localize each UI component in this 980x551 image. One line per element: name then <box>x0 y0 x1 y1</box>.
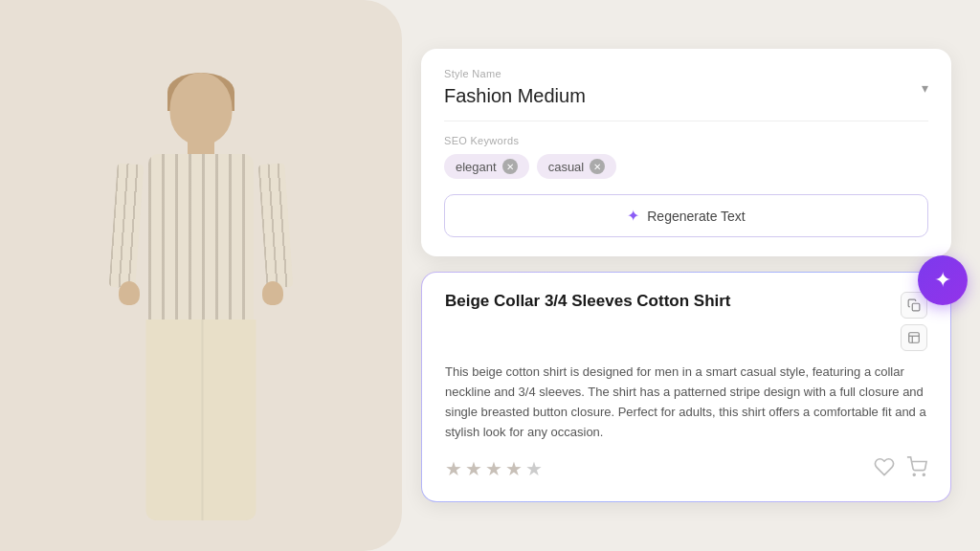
regenerate-label: Regenerate Text <box>647 209 745 224</box>
star-3: ★ <box>485 457 502 480</box>
model-right-hand <box>262 281 283 305</box>
tag-elegant: elegant ✕ <box>444 154 529 179</box>
svg-rect-0 <box>912 304 920 312</box>
sparkle-icon: ✦ <box>627 207 639 225</box>
product-title: Beige Collar 3/4 Sleeves Cotton Shirt <box>445 292 891 311</box>
card-footer: ★ ★ ★ ★ ★ <box>445 456 927 482</box>
model-head <box>170 73 233 144</box>
seo-keywords-label: SEO Keywords <box>444 135 928 146</box>
model-figure <box>96 73 306 551</box>
seo-section: SEO Keywords elegant ✕ casual ✕ <box>444 135 928 179</box>
action-icons <box>874 456 927 482</box>
tag-casual-text: casual <box>548 160 585 174</box>
main-container: Style Name Fashion Medium ▾ SEO Keywords… <box>0 0 980 551</box>
style-card: Style Name Fashion Medium ▾ SEO Keywords… <box>421 49 951 256</box>
tag-casual: casual ✕ <box>537 154 617 179</box>
copy-icons-group <box>901 292 927 351</box>
wishlist-icon[interactable] <box>874 456 895 482</box>
product-description: This beige cotton shirt is designed for … <box>445 363 927 442</box>
regenerate-button[interactable]: ✦ Regenerate Text <box>444 194 928 237</box>
style-name-value: Fashion Medium <box>444 85 586 107</box>
style-name-label: Style Name <box>444 68 586 79</box>
pants-seam <box>201 320 203 520</box>
stars-rating: ★ ★ ★ ★ ★ <box>445 457 543 480</box>
star-4: ★ <box>505 457 523 480</box>
ai-sparkle-icon: ✦ <box>934 268 951 293</box>
model-left-hand <box>119 281 140 305</box>
ai-badge: ✦ <box>918 255 968 305</box>
star-1: ★ <box>445 457 462 480</box>
tag-casual-close[interactable]: ✕ <box>590 159 605 174</box>
tags-row: elegant ✕ casual ✕ <box>444 154 928 179</box>
right-panel: Style Name Fashion Medium ▾ SEO Keywords… <box>402 0 980 551</box>
cart-icon[interactable] <box>906 456 927 482</box>
copy-icon-bottom[interactable] <box>901 324 927 351</box>
photo-area <box>0 0 402 551</box>
dropdown-arrow-icon[interactable]: ▾ <box>922 80 928 96</box>
star-2: ★ <box>465 457 482 480</box>
svg-rect-1 <box>909 333 920 343</box>
model-pants <box>146 320 256 520</box>
model-right-arm <box>257 163 293 289</box>
tag-elegant-close[interactable]: ✕ <box>502 159 518 174</box>
product-card-header: Beige Collar 3/4 Sleeves Cotton Shirt <box>445 292 927 351</box>
svg-point-4 <box>913 474 915 475</box>
style-name-row: Style Name Fashion Medium ▾ <box>444 68 928 121</box>
product-card: ✦ Beige Collar 3/4 Sleeves Cotton Shirt <box>421 272 951 501</box>
tag-elegant-text: elegant <box>456 160 497 174</box>
star-5: ★ <box>525 457 543 480</box>
style-name-field: Style Name Fashion Medium <box>444 68 586 107</box>
model-left-arm <box>108 163 144 289</box>
svg-point-5 <box>923 474 924 475</box>
model-torso <box>148 154 254 326</box>
